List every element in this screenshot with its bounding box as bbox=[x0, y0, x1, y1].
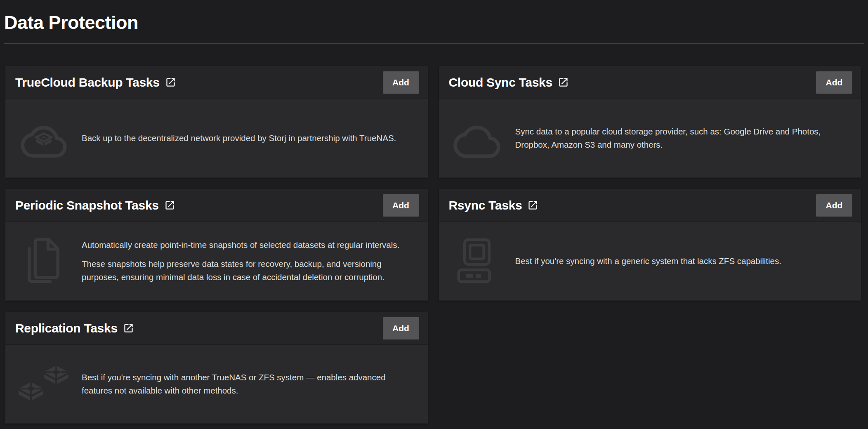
external-link-icon bbox=[527, 200, 538, 211]
add-cloud-sync-button[interactable]: Add bbox=[816, 71, 852, 94]
card-body: Back up to the decentralized network pro… bbox=[5, 99, 428, 177]
card-body: Best if you're syncing with another True… bbox=[5, 345, 428, 423]
card-description: Best if you're syncing with a generic sy… bbox=[515, 255, 851, 268]
card-title: Rsync Tasks bbox=[449, 198, 522, 212]
icon-column bbox=[5, 238, 82, 285]
computer-icon bbox=[457, 238, 497, 284]
rsync-tasks-link[interactable]: Rsync Tasks bbox=[449, 198, 539, 212]
card-title: TrueCloud Backup Tasks bbox=[15, 75, 160, 90]
external-link-icon bbox=[558, 77, 569, 88]
card-title: Cloud Sync Tasks bbox=[449, 75, 552, 90]
page-title: Data Protection bbox=[4, 11, 864, 35]
external-link-icon bbox=[164, 200, 175, 211]
external-link-icon bbox=[165, 77, 176, 88]
card-header: Rsync Tasks Add bbox=[439, 189, 861, 222]
snapshot-documents-icon bbox=[24, 238, 63, 285]
title-divider bbox=[4, 43, 864, 44]
card-rsync-tasks: Rsync Tasks Add Best if you're syncing w… bbox=[439, 189, 861, 300]
card-description: Back up to the decentralized network pro… bbox=[82, 132, 418, 145]
card-title: Replication Tasks bbox=[15, 321, 118, 335]
card-body: Best if you're syncing with a generic sy… bbox=[439, 222, 861, 300]
add-truecloud-backup-button[interactable]: Add bbox=[383, 71, 419, 94]
icon-column bbox=[439, 238, 515, 284]
card-body: Automatically create point-in-time snaps… bbox=[5, 222, 428, 300]
add-rsync-button[interactable]: Add bbox=[816, 194, 852, 217]
card-header: Periodic Snapshot Tasks Add bbox=[5, 189, 428, 222]
card-periodic-snapshot-tasks: Periodic Snapshot Tasks Add Automaticall… bbox=[5, 189, 428, 300]
cloud-sync-tasks-link[interactable]: Cloud Sync Tasks bbox=[449, 75, 569, 90]
cloud-storj-icon bbox=[21, 119, 67, 158]
card-replication-tasks: Replication Tasks Add bbox=[5, 312, 428, 423]
card-description: Automatically create point-in-time snaps… bbox=[82, 238, 418, 284]
card-header: TrueCloud Backup Tasks Add bbox=[5, 66, 428, 99]
card-title: Periodic Snapshot Tasks bbox=[15, 198, 159, 212]
external-link-icon bbox=[123, 323, 134, 334]
card-cloud-sync-tasks: Cloud Sync Tasks Add Sync data to a popu… bbox=[439, 66, 861, 177]
replication-boxes-icon bbox=[18, 365, 69, 403]
card-body: Sync data to a popular cloud storage pro… bbox=[439, 99, 861, 177]
icon-column bbox=[439, 118, 515, 158]
add-periodic-snapshot-button[interactable]: Add bbox=[383, 194, 419, 217]
replication-tasks-link[interactable]: Replication Tasks bbox=[15, 321, 134, 335]
icon-column bbox=[5, 365, 82, 403]
card-header: Replication Tasks Add bbox=[5, 312, 428, 345]
card-truecloud-backup-tasks: TrueCloud Backup Tasks Add bbox=[5, 66, 428, 177]
page-header: Data Protection bbox=[0, 0, 868, 44]
icon-column bbox=[5, 119, 82, 158]
card-description: Best if you're syncing with another True… bbox=[82, 371, 418, 397]
truecloud-backup-tasks-link[interactable]: TrueCloud Backup Tasks bbox=[15, 75, 176, 90]
periodic-snapshot-tasks-link[interactable]: Periodic Snapshot Tasks bbox=[15, 198, 175, 212]
card-description: Sync data to a popular cloud storage pro… bbox=[515, 125, 851, 151]
cloud-icon bbox=[453, 118, 500, 158]
data-protection-cards-grid: TrueCloud Backup Tasks Add bbox=[0, 66, 868, 423]
card-header: Cloud Sync Tasks Add bbox=[439, 66, 861, 99]
add-replication-button[interactable]: Add bbox=[383, 317, 419, 339]
